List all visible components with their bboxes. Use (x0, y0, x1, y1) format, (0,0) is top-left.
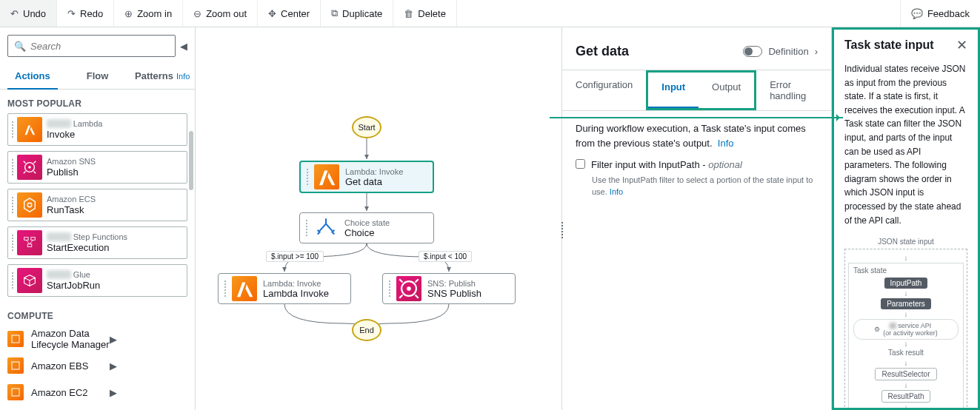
center-icon: ✥ (268, 8, 276, 19)
glue-icon (17, 268, 42, 293)
choice-icon (313, 215, 339, 241)
action-stepfn-startexecution[interactable]: AWS Step FunctionsStartExecution (7, 226, 187, 259)
undo-button[interactable]: ↶Undo (0, 0, 57, 27)
sns-icon (396, 276, 421, 301)
info-link[interactable]: Info (715, 138, 733, 149)
collapse-sidebar-icon[interactable]: ◀ (180, 41, 187, 52)
definition-toggle[interactable]: Definition › (743, 46, 818, 57)
svg-point-2 (27, 203, 32, 207)
svg-rect-3 (24, 238, 29, 241)
sns-icon (17, 155, 42, 180)
compute-dlm[interactable]: Amazon Data Lifecycle Manager▶ (7, 326, 187, 352)
state-get-data[interactable]: Lambda: InvokeGet data (299, 161, 434, 193)
svg-rect-6 (12, 335, 19, 343)
config-title: Get data (576, 44, 629, 59)
stepfunctions-icon (17, 230, 42, 255)
action-glue-startjobrun[interactable]: AWS GlueStartJobRun (7, 264, 187, 297)
end-node[interactable]: End (352, 319, 381, 341)
filter-label: Filter input with InputPath - optional (591, 158, 742, 172)
condition-label-2: $.input < 100 (419, 251, 472, 262)
sidebar: 🔍 ◀ Actions Flow PatternsInfo MOST POPUL… (0, 27, 196, 410)
service-icon (7, 331, 24, 347)
svg-rect-4 (31, 238, 36, 241)
tab-error-handling[interactable]: Error handling (756, 70, 831, 110)
condition-label-1: $.input >= 100 (266, 251, 324, 262)
chevron-right-icon: ▶ (110, 360, 188, 372)
config-panel: Get data Definition › Configuration Inpu… (562, 27, 832, 410)
zoom-out-button[interactable]: ⊖Zoom out (183, 0, 258, 27)
compute-ec2[interactable]: Amazon EC2▶ (7, 379, 187, 406)
help-body: Individual states receive JSON as input … (844, 62, 967, 227)
svg-rect-5 (27, 244, 32, 247)
scrollbar[interactable] (189, 131, 193, 190)
state-lambda-invoke[interactable]: Lambda: InvokeLambda Invoke (218, 273, 351, 304)
state-choice[interactable]: Choice stateChoice (299, 212, 434, 243)
service-icon (7, 357, 24, 374)
svg-rect-7 (12, 362, 19, 369)
toggle-icon (743, 46, 762, 57)
tab-flow[interactable]: Flow (65, 63, 130, 89)
redo-button[interactable]: ↷Redo (57, 0, 114, 27)
action-ecs-runtask[interactable]: Amazon ECSRunTask (7, 189, 187, 221)
chevron-right-icon: › (815, 46, 818, 57)
chevron-right-icon: ▶ (110, 334, 188, 345)
callout-arrow (550, 117, 843, 118)
section-compute: COMPUTE (0, 302, 195, 326)
redo-icon: ↷ (67, 8, 76, 19)
ecs-icon (17, 192, 42, 218)
start-node[interactable]: Start (352, 116, 381, 138)
section-most-popular: MOST POPULAR (0, 90, 195, 113)
action-lambda-invoke[interactable]: AWS LambdaInvoke (7, 113, 187, 146)
workflow-canvas[interactable]: Start Lambda: InvokeGet data Choice stat… (196, 27, 562, 410)
service-icon (7, 384, 24, 400)
svg-point-1 (28, 166, 31, 169)
feedback-icon: 💬 (911, 8, 923, 19)
lambda-icon (314, 164, 339, 189)
search-icon: 🔍 (14, 41, 26, 52)
duplicate-button[interactable]: ⧉Duplicate (321, 0, 393, 27)
tab-actions[interactable]: Actions (0, 63, 65, 89)
filter-help: Use the InputPath filter to select a por… (592, 174, 818, 198)
tab-configuration[interactable]: Configuration (562, 70, 646, 110)
zoom-in-button[interactable]: ⊕Zoom in (114, 0, 183, 27)
filter-inputpath-checkbox[interactable] (576, 159, 585, 169)
tab-patterns[interactable]: PatternsInfo (130, 63, 195, 89)
tab-input[interactable]: Input (648, 73, 699, 108)
action-sns-publish[interactable]: Amazon SNSPublish (7, 151, 187, 184)
undo-icon: ↶ (10, 8, 19, 19)
duplicate-icon: ⧉ (331, 7, 338, 19)
delete-icon: 🗑 (404, 8, 413, 19)
close-icon[interactable]: ✕ (956, 37, 967, 53)
help-diagram: JSON state input ↓ Task state InputPath … (844, 238, 967, 410)
tab-output[interactable]: Output (699, 73, 754, 108)
svg-point-10 (407, 286, 411, 291)
toolbar: ↶Undo ↷Redo ⊕Zoom in ⊖Zoom out ✥Center ⧉… (0, 0, 980, 27)
zoom-out-icon: ⊖ (193, 8, 201, 19)
state-sns-publish[interactable]: SNS: PublishSNS Publish (382, 273, 516, 304)
chevron-right-icon: ▶ (110, 387, 188, 398)
compute-ebs[interactable]: Amazon EBS▶ (7, 352, 187, 379)
help-title: Task state input (844, 38, 934, 52)
info-link[interactable]: Info (610, 187, 623, 196)
lambda-icon (232, 276, 257, 301)
lambda-icon (17, 117, 42, 142)
center-button[interactable]: ✥Center (258, 0, 321, 27)
search-input[interactable]: 🔍 (7, 35, 176, 57)
config-intro: During workflow execution, a Task state'… (576, 123, 806, 149)
feedback-button[interactable]: 💬Feedback (900, 0, 980, 27)
resize-handle[interactable] (559, 219, 565, 241)
delete-button[interactable]: 🗑Delete (393, 0, 457, 27)
help-panel: Task state input ✕ Individual states rec… (832, 27, 980, 410)
zoom-in-icon: ⊕ (124, 8, 133, 19)
svg-rect-8 (12, 389, 19, 396)
